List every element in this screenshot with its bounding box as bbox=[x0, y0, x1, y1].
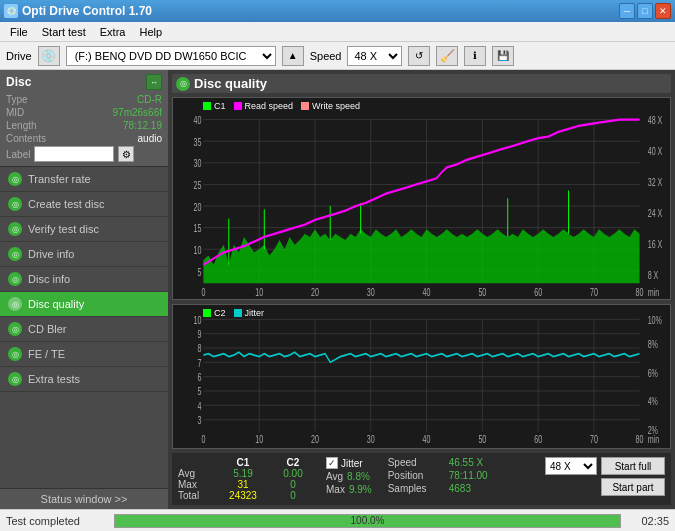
main-content: Disc ↔ Type CD-R MID 97m26s66f Length 78… bbox=[0, 70, 675, 509]
window-controls: ─ □ ✕ bbox=[619, 3, 671, 19]
chart1-svg: 40 35 30 25 20 15 10 5 48 X 40 X 32 X 24… bbox=[173, 98, 670, 299]
read-speed-legend-dot bbox=[234, 102, 242, 110]
svg-text:10: 10 bbox=[193, 314, 201, 326]
sidebar-item-label: Transfer rate bbox=[28, 173, 91, 185]
disc-label-input[interactable] bbox=[34, 146, 114, 162]
svg-text:80: 80 bbox=[636, 286, 644, 298]
chart1: C1 Read speed Write speed bbox=[172, 97, 671, 300]
status-window-button[interactable]: Status window >> bbox=[0, 488, 168, 509]
svg-text:10%: 10% bbox=[648, 314, 662, 326]
cd-bler-icon: ◎ bbox=[8, 322, 22, 336]
sidebar-item-disc-quality[interactable]: ◎ Disc quality bbox=[0, 292, 168, 317]
chart-container: C1 Read speed Write speed bbox=[172, 97, 671, 449]
c1-total: 24323 bbox=[218, 490, 268, 501]
disc-contents-value: audio bbox=[138, 133, 162, 144]
stats-bar: C1 C2 Avg 5.19 0.00 Max 31 0 Total 24323… bbox=[172, 453, 671, 505]
sidebar-item-label: CD Bler bbox=[28, 323, 67, 335]
quality-title: Disc quality bbox=[194, 76, 267, 91]
close-button[interactable]: ✕ bbox=[655, 3, 671, 19]
sidebar-item-disc-info[interactable]: ◎ Disc info bbox=[0, 267, 168, 292]
speed-label: Speed bbox=[310, 50, 342, 62]
sidebar: Disc ↔ Type CD-R MID 97m26s66f Length 78… bbox=[0, 70, 168, 509]
svg-text:8 X: 8 X bbox=[648, 269, 659, 281]
position-stat-value: 78:11.00 bbox=[449, 470, 488, 481]
svg-text:70: 70 bbox=[590, 286, 598, 298]
sidebar-item-label: Drive info bbox=[28, 248, 74, 260]
sidebar-item-fe-te[interactable]: ◎ FE / TE bbox=[0, 342, 168, 367]
speed-stat-value: 46.55 X bbox=[449, 457, 483, 468]
save-button[interactable]: 💾 bbox=[492, 46, 514, 66]
svg-text:0: 0 bbox=[201, 286, 205, 298]
app-title: Opti Drive Control 1.70 bbox=[22, 4, 152, 18]
drive-bar: Drive 💿 (F:) BENQ DVD DD DW1650 BCIC ▲ S… bbox=[0, 42, 675, 70]
c2-legend-label: C2 bbox=[214, 308, 226, 318]
svg-text:20: 20 bbox=[311, 433, 319, 445]
svg-text:8%: 8% bbox=[648, 338, 658, 350]
svg-text:20: 20 bbox=[311, 286, 319, 298]
right-controls: 48 X 40 X Start full Start part bbox=[545, 457, 665, 496]
progress-bar: 100.0% bbox=[114, 514, 621, 528]
sidebar-item-transfer-rate[interactable]: ◎ Transfer rate bbox=[0, 167, 168, 192]
svg-text:40: 40 bbox=[194, 115, 202, 127]
jitter-label: Jitter bbox=[341, 458, 363, 469]
svg-text:32 X: 32 X bbox=[648, 177, 663, 189]
jitter-avg-value: 8.8% bbox=[347, 471, 370, 482]
jitter-max-label: Max bbox=[326, 484, 345, 495]
disc-arrow-button[interactable]: ↔ bbox=[146, 74, 162, 90]
sidebar-item-label: Extra tests bbox=[28, 373, 80, 385]
info-button[interactable]: ℹ bbox=[464, 46, 486, 66]
refresh-button[interactable]: ↺ bbox=[408, 46, 430, 66]
samples-stat-label: Samples bbox=[388, 483, 443, 494]
quality-icon: ◎ bbox=[176, 77, 190, 91]
disc-type-row: Type CD-R bbox=[6, 94, 162, 105]
disc-label-row: Label ⚙ bbox=[6, 146, 162, 162]
svg-text:10: 10 bbox=[194, 244, 202, 256]
menu-bar: File Start test Extra Help bbox=[0, 22, 675, 42]
disc-mid-label: MID bbox=[6, 107, 24, 118]
total-label: Total bbox=[178, 490, 218, 501]
progress-label: 100.0% bbox=[115, 515, 620, 527]
disc-contents-label: Contents bbox=[6, 133, 46, 144]
svg-text:7: 7 bbox=[197, 357, 201, 369]
menu-extra[interactable]: Extra bbox=[94, 24, 132, 40]
disc-length-row: Length 78:12.19 bbox=[6, 120, 162, 131]
svg-text:5: 5 bbox=[197, 266, 201, 278]
svg-text:80: 80 bbox=[636, 433, 644, 445]
erase-button[interactable]: 🧹 bbox=[436, 46, 458, 66]
jitter-max-value: 9.9% bbox=[349, 484, 372, 495]
write-speed-legend-label: Write speed bbox=[312, 101, 360, 111]
start-part-button[interactable]: Start part bbox=[601, 478, 665, 496]
drive-select[interactable]: (F:) BENQ DVD DD DW1650 BCIC bbox=[66, 46, 276, 66]
sidebar-item-extra-tests[interactable]: ◎ Extra tests bbox=[0, 367, 168, 392]
svg-text:35: 35 bbox=[194, 136, 202, 148]
transfer-rate-icon: ◎ bbox=[8, 172, 22, 186]
speed-dropdown[interactable]: 48 X 40 X bbox=[545, 457, 597, 475]
menu-help[interactable]: Help bbox=[133, 24, 168, 40]
write-speed-legend-dot bbox=[301, 102, 309, 110]
read-speed-legend-label: Read speed bbox=[245, 101, 294, 111]
sidebar-item-label: Disc quality bbox=[28, 298, 84, 310]
minimize-button[interactable]: ─ bbox=[619, 3, 635, 19]
sidebar-menu: ◎ Transfer rate ◎ Create test disc ◎ Ver… bbox=[0, 167, 168, 392]
svg-text:30: 30 bbox=[194, 158, 202, 170]
maximize-button[interactable]: □ bbox=[637, 3, 653, 19]
eject-button[interactable]: ▲ bbox=[282, 46, 304, 66]
max-label: Max bbox=[178, 479, 218, 490]
menu-start-test[interactable]: Start test bbox=[36, 24, 92, 40]
avg-label: Avg bbox=[178, 468, 218, 479]
menu-file[interactable]: File bbox=[4, 24, 34, 40]
svg-text:50: 50 bbox=[478, 433, 486, 445]
sidebar-item-drive-info[interactable]: ◎ Drive info bbox=[0, 242, 168, 267]
sidebar-item-verify-test-disc[interactable]: ◎ Verify test disc bbox=[0, 217, 168, 242]
samples-stat-value: 4683 bbox=[449, 483, 471, 494]
sidebar-item-create-test-disc[interactable]: ◎ Create test disc bbox=[0, 192, 168, 217]
label-gear-button[interactable]: ⚙ bbox=[118, 146, 134, 162]
start-full-button[interactable]: Start full bbox=[601, 457, 665, 475]
drive-label: Drive bbox=[6, 50, 32, 62]
jitter-checkbox[interactable]: ✓ bbox=[326, 457, 338, 469]
speed-select[interactable]: 48 X 40 X 32 X 24 X bbox=[347, 46, 402, 66]
sidebar-item-cd-bler[interactable]: ◎ CD Bler bbox=[0, 317, 168, 342]
svg-text:40: 40 bbox=[423, 286, 431, 298]
fe-te-icon: ◎ bbox=[8, 347, 22, 361]
svg-text:6%: 6% bbox=[648, 367, 658, 379]
